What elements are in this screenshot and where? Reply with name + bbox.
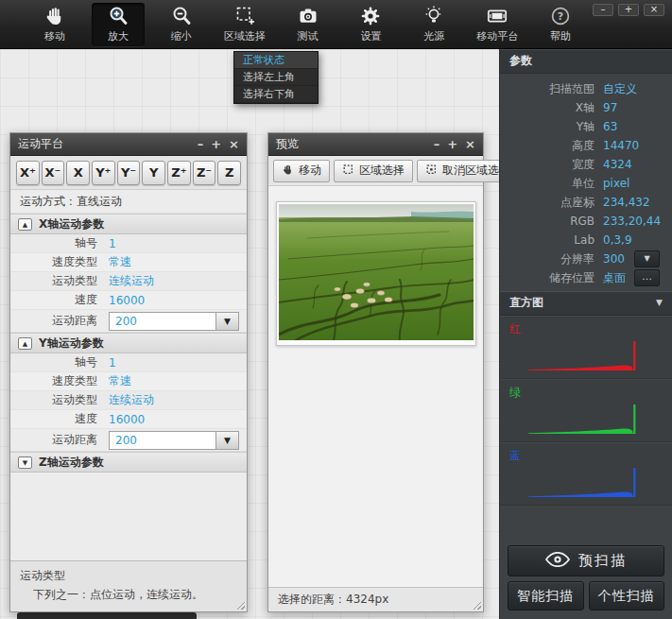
histogram-header[interactable]: 直方图 ▼ xyxy=(500,291,672,316)
param-value[interactable]: 97 xyxy=(603,101,617,114)
motion-panel-empty-area xyxy=(10,473,247,560)
motion-panel-title: 运动平台 xyxy=(18,136,63,152)
axis-button-y[interactable]: Y xyxy=(142,161,165,185)
toolbar-button-region-select[interactable]: 区域选择 xyxy=(218,3,271,46)
preview-toolbar: 移动 区域选择 取消区域选择 xyxy=(268,156,483,186)
toolbar-label: 放大 xyxy=(108,29,129,43)
motion-panel-titlebar[interactable]: 运动平台 – + × xyxy=(10,133,247,156)
axis-button-x[interactable]: X xyxy=(66,161,90,185)
toolbar-label: 设置 xyxy=(360,29,381,43)
toolbar-button-test[interactable]: 测试 xyxy=(282,3,335,46)
panel-close-button[interactable]: × xyxy=(229,138,239,150)
smart-scan-button[interactable]: 智能扫描 xyxy=(508,581,584,610)
prescan-button[interactable]: 预扫描 xyxy=(508,545,664,576)
custom-scan-button[interactable]: 个性扫描 xyxy=(589,581,665,610)
toolbar-button-moving-platform[interactable]: 移动平台 xyxy=(471,3,524,46)
preview-move-label: 移动 xyxy=(299,163,321,179)
parameters-sidebar: 参数 扫描范围 自定义 X轴 97 Y轴 63 高度 14470 宽度 4324… xyxy=(499,49,672,619)
scan-pair: 智能扫描 个性扫描 xyxy=(508,581,664,610)
param-value[interactable]: 4324 xyxy=(603,158,632,171)
z-axis-section-header[interactable]: ▼ Z轴运动参数 xyxy=(10,452,247,473)
parameters-title: 参数 xyxy=(509,49,532,73)
preview-image-frame xyxy=(276,201,476,346)
browse-button[interactable]: … xyxy=(634,269,660,286)
param-value[interactable]: 桌面 xyxy=(603,270,626,286)
preview-move-button[interactable]: 移动 xyxy=(273,160,330,182)
panel-maximize-button[interactable]: + xyxy=(447,138,457,150)
resolution-dropdown-button[interactable]: ▼ xyxy=(634,250,660,267)
preview-panel-title: 预览 xyxy=(276,136,299,152)
preview-canvas[interactable] xyxy=(268,186,483,587)
panel-minimize-button[interactable]: – xyxy=(198,138,204,150)
x-motion-type-row: 运动类型 连续运动 xyxy=(10,272,247,291)
collapse-down-icon[interactable]: ▼ xyxy=(18,456,32,469)
panel-maximize-button[interactable]: + xyxy=(211,138,221,150)
chevron-down-icon: ▼ xyxy=(644,254,649,263)
x-axis-section-header[interactable]: ▲ X轴运动参数 xyxy=(10,214,247,234)
toolbar-button-zoom-out[interactable]: 缩小 xyxy=(155,3,208,46)
menu-item-select-bottom-right[interactable]: 选择右下角 xyxy=(234,86,318,103)
gear-icon xyxy=(359,5,382,27)
toolbar-label: 移动平台 xyxy=(476,29,518,43)
param-value[interactable]: 63 xyxy=(603,120,617,133)
toolbar-button-light-source[interactable]: 光源 xyxy=(407,3,460,46)
axis-button-y-minus[interactable]: Y⁻ xyxy=(117,161,141,185)
toolbar-button-zoom-in[interactable]: 放大 xyxy=(92,3,145,46)
preview-region-select-button[interactable]: 区域选择 xyxy=(334,160,413,182)
axis-button-x-plus[interactable]: X⁺ xyxy=(16,161,40,185)
axis-button-z-plus[interactable]: Z⁺ xyxy=(167,161,191,185)
axis-button-x-minus[interactable]: X⁻ xyxy=(42,161,65,185)
param-label: 点座标 xyxy=(500,195,594,211)
row-label: 速度 xyxy=(10,292,97,308)
row-label: 速度类型 xyxy=(10,254,97,270)
panel-minimize-button[interactable]: – xyxy=(434,138,440,150)
param-label: 单位 xyxy=(500,176,594,192)
param-label: 扫描范围 xyxy=(500,81,594,97)
green-histogram-curve xyxy=(526,399,645,437)
param-row-width: 宽度 4324 xyxy=(500,155,672,174)
axis-button-z[interactable]: Z xyxy=(217,161,241,185)
y-motion-distance-select[interactable]: 200 ▼ xyxy=(109,431,239,450)
window-minimize-button[interactable]: – xyxy=(593,4,613,16)
row-value: 常速 xyxy=(109,254,131,270)
window-maximize-button[interactable]: + xyxy=(618,4,639,16)
menu-item-normal-state[interactable]: 正常状态 xyxy=(234,52,318,69)
param-value[interactable]: 自定义 xyxy=(603,81,637,97)
y-axis-number-row: 轴号 1 xyxy=(10,353,247,372)
param-value[interactable]: 14470 xyxy=(603,139,639,152)
panel-close-button[interactable]: × xyxy=(465,138,475,150)
red-histogram-curve xyxy=(526,335,645,373)
axis-button-z-minus[interactable]: Z⁻ xyxy=(193,161,216,185)
camera-icon xyxy=(297,5,319,27)
x-motion-distance-select[interactable]: 200 ▼ xyxy=(109,312,239,331)
collapse-up-icon[interactable]: ▲ xyxy=(18,218,32,231)
toolbar-button-move[interactable]: 移动 xyxy=(28,3,81,46)
window-close-button[interactable]: × xyxy=(644,4,664,16)
parameters-header: 参数 xyxy=(500,49,672,74)
y-axis-section-header[interactable]: ▲ Y轴运动参数 xyxy=(10,333,247,353)
chevron-down-icon[interactable]: ▼ xyxy=(215,432,238,449)
toolbar-label: 缩小 xyxy=(171,29,192,43)
blue-histogram-curve xyxy=(526,462,645,500)
param-label: Lab xyxy=(500,233,594,247)
toolbar-label: 测试 xyxy=(298,29,319,43)
param-value[interactable]: 300 xyxy=(603,252,625,266)
param-value[interactable]: pixel xyxy=(603,177,629,190)
toolbar-button-help[interactable]: ? 帮助 xyxy=(534,3,587,46)
param-label: Y轴 xyxy=(500,119,594,135)
menu-item-select-top-left[interactable]: 选择左上角 xyxy=(234,69,318,86)
resize-grip[interactable] xyxy=(471,599,481,610)
motion-mode-label: 运动方式：直线运动 xyxy=(10,190,247,214)
param-row-resolution: 分辨率 300 ▼ xyxy=(500,249,672,268)
collapse-up-icon[interactable]: ▲ xyxy=(18,337,32,350)
row-label: 轴号 xyxy=(10,354,97,370)
preview-panel-titlebar[interactable]: 预览 – + × xyxy=(268,133,483,156)
param-row-y-axis: Y轴 63 xyxy=(500,117,672,136)
toolbar-button-settings[interactable]: 设置 xyxy=(344,3,397,46)
chevron-down-icon[interactable]: ▼ xyxy=(215,313,238,330)
axis-button-y-plus[interactable]: Y⁺ xyxy=(92,161,115,185)
x-speed-row: 速度 16000 xyxy=(10,291,247,310)
chevron-down-icon[interactable]: ▼ xyxy=(656,291,663,315)
motion-help-box: 运动类型 下列之一：点位运动，连续运动。 xyxy=(10,560,247,611)
custom-scan-label: 个性扫描 xyxy=(598,588,655,605)
